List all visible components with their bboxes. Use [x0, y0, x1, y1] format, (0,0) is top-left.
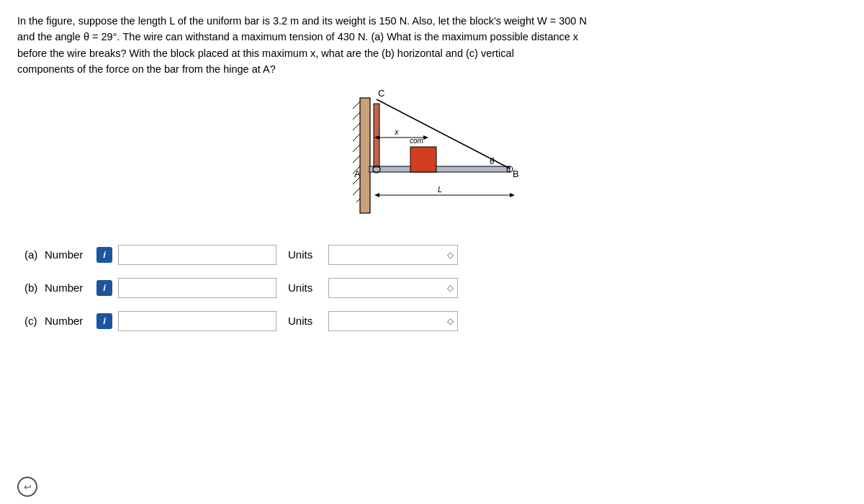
units-label-a: Units	[288, 248, 320, 261]
svg-line-6	[353, 156, 360, 163]
svg-rect-14	[410, 147, 436, 172]
svg-rect-0	[360, 98, 370, 213]
back-button[interactable]: ↩	[17, 477, 37, 497]
svg-rect-11	[369, 166, 510, 172]
units-select-wrapper-b: m N N·m	[328, 278, 458, 298]
units-select-wrapper-a: m N N·m	[328, 245, 458, 265]
back-icon: ↩	[24, 482, 32, 492]
answer-row-c: (c) Number i Units m N N·m	[24, 311, 847, 331]
part-label-a: (a)	[24, 248, 45, 261]
problem-line1: In the figure, suppose the length L of t…	[17, 15, 587, 27]
label-com: com	[410, 137, 423, 145]
svg-marker-20	[374, 193, 379, 197]
answers-area: (a) Number i Units m N N·m (b) Number i …	[17, 245, 847, 344]
units-label-c: Units	[288, 315, 320, 327]
part-label-c: (c)	[24, 315, 45, 327]
svg-marker-16	[423, 135, 428, 140]
label-x: x	[394, 127, 399, 136]
number-input-c[interactable]	[118, 311, 276, 331]
number-input-a[interactable]	[118, 245, 276, 265]
svg-line-3	[353, 123, 360, 130]
units-select-wrapper-c: m N N·m	[328, 311, 458, 331]
label-b: B	[513, 168, 519, 179]
footer: ↩	[17, 472, 847, 497]
units-label-b: Units	[288, 282, 320, 294]
label-l: L	[438, 185, 442, 194]
svg-line-5	[353, 145, 360, 152]
svg-line-10	[356, 199, 360, 202]
problem-line3: before the wire breaks? With the block p…	[17, 48, 514, 59]
svg-line-1	[353, 102, 360, 109]
problem-text: In the figure, suppose the length L of t…	[17, 13, 838, 78]
svg-line-9	[353, 188, 360, 195]
info-button-b[interactable]: i	[96, 280, 112, 296]
svg-line-4	[353, 134, 360, 141]
units-select-b[interactable]: m N N·m	[328, 278, 458, 298]
info-button-a[interactable]: i	[96, 247, 112, 263]
label-a: A	[354, 168, 361, 179]
info-button-c[interactable]: i	[96, 313, 112, 329]
number-label-b: Number	[45, 282, 96, 294]
label-theta: θ	[490, 156, 495, 166]
svg-marker-19	[510, 193, 515, 197]
problem-line4: components of the force on the bar from …	[17, 63, 276, 75]
svg-line-2	[353, 112, 360, 120]
problem-line2: and the angle θ = 29°. The wire can with…	[17, 31, 578, 42]
answer-row-a: (a) Number i Units m N N·m	[24, 245, 847, 265]
units-select-a[interactable]: m N N·m	[328, 245, 458, 265]
number-label-c: Number	[45, 315, 96, 327]
units-select-c[interactable]: m N N·m	[328, 311, 458, 331]
number-label-a: Number	[45, 248, 96, 261]
diagram: C A B x com L θ	[317, 84, 547, 235]
page: In the figure, suppose the length L of t…	[0, 0, 864, 504]
answer-row-b: (b) Number i Units m N N·m	[24, 278, 847, 298]
part-label-b: (b)	[24, 282, 45, 294]
svg-rect-13	[374, 104, 379, 167]
label-c: C	[378, 88, 384, 99]
figure-area: C A B x com L θ	[17, 84, 847, 235]
number-input-b[interactable]	[118, 278, 276, 298]
